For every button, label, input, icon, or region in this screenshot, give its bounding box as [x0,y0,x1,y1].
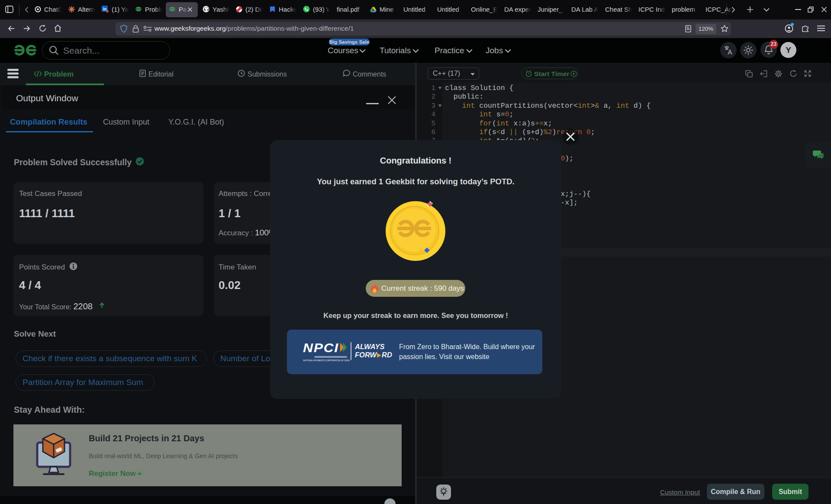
svg-text:in: in [103,6,107,11]
